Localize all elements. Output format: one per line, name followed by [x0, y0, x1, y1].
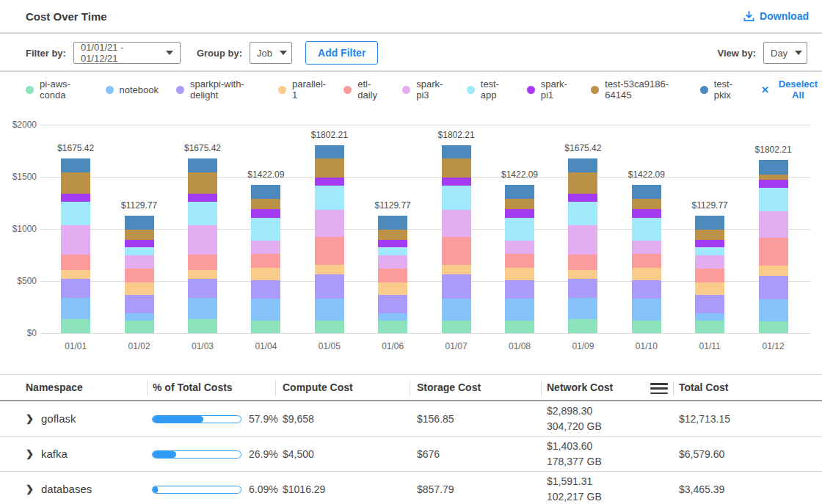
column-header-namespace[interactable]: Namespace: [26, 375, 83, 400]
chart-bar-segment[interactable]: [759, 321, 788, 333]
chart-bar-segment[interactable]: [632, 199, 661, 210]
chart-bar-segment[interactable]: [188, 158, 217, 172]
chart-bar-segment[interactable]: [315, 265, 344, 274]
chart-bar-segment[interactable]: [251, 185, 280, 199]
chart-bar-segment[interactable]: [125, 295, 154, 313]
chart-bar-segment[interactable]: [61, 279, 90, 298]
chart-bar-segment[interactable]: [61, 172, 90, 194]
chart-bar-segment[interactable]: [442, 265, 471, 274]
chart-bar[interactable]: [505, 185, 534, 333]
group-by-select[interactable]: Job: [250, 42, 292, 64]
chart-bar-segment[interactable]: [378, 313, 407, 321]
chart-bar-segment[interactable]: [695, 321, 724, 333]
chart-bar[interactable]: [188, 158, 217, 333]
chart-bar-segment[interactable]: [759, 276, 788, 299]
chart-bar-segment[interactable]: [188, 255, 217, 270]
chart-bar-segment[interactable]: [61, 255, 90, 270]
expand-row-icon[interactable]: ❯: [26, 401, 34, 436]
chart-bar-segment[interactable]: [188, 279, 217, 298]
download-button[interactable]: Download: [743, 10, 809, 22]
chart-bar[interactable]: [442, 145, 471, 333]
chart-bar-segment[interactable]: [442, 186, 471, 209]
chart-bar-segment[interactable]: [505, 299, 534, 321]
chart-bar-segment[interactable]: [315, 145, 344, 158]
chart-bar-segment[interactable]: [378, 321, 407, 333]
chart-bar-segment[interactable]: [632, 254, 661, 268]
chart-bar-segment[interactable]: [568, 158, 597, 172]
chart-bar-segment[interactable]: [315, 178, 344, 186]
chart-bar[interactable]: [632, 185, 661, 333]
chart-bar-segment[interactable]: [568, 225, 597, 254]
chart-bar-segment[interactable]: [378, 240, 407, 247]
chart-bar[interactable]: [61, 158, 90, 333]
legend-item[interactable]: spark-pi1: [527, 78, 574, 101]
chart-bar-segment[interactable]: [442, 237, 471, 265]
chart-bar-segment[interactable]: [378, 216, 407, 230]
chart-bar-segment[interactable]: [125, 247, 154, 255]
chart-bar-segment[interactable]: [759, 180, 788, 188]
chart-bar-segment[interactable]: [695, 240, 724, 247]
chart-bar-segment[interactable]: [378, 247, 407, 255]
chart-bar[interactable]: [315, 145, 344, 333]
chart-bar-segment[interactable]: [568, 255, 597, 270]
chart-bar-segment[interactable]: [315, 299, 344, 321]
chart-bar-segment[interactable]: [695, 230, 724, 240]
chart-bar-segment[interactable]: [315, 274, 344, 298]
chart-bar-segment[interactable]: [568, 202, 597, 225]
chart-bar-segment[interactable]: [695, 295, 724, 313]
chart-bar-segment[interactable]: [632, 185, 661, 199]
chart-bar-segment[interactable]: [505, 280, 534, 299]
chart-bar-segment[interactable]: [315, 158, 344, 178]
chart-bar-segment[interactable]: [188, 270, 217, 279]
chart-bar-segment[interactable]: [188, 225, 217, 254]
chart-bar-segment[interactable]: [568, 298, 597, 319]
column-header-storage-cost[interactable]: Storage Cost: [417, 375, 481, 400]
chart-bar-segment[interactable]: [378, 255, 407, 269]
chart-bar-segment[interactable]: [251, 299, 280, 321]
chart-bar-segment[interactable]: [759, 299, 788, 321]
chart-bar-segment[interactable]: [632, 241, 661, 254]
chart-bar-segment[interactable]: [759, 188, 788, 211]
chart-bar-segment[interactable]: [505, 241, 534, 254]
chart-bar-segment[interactable]: [125, 255, 154, 269]
chart-bar-segment[interactable]: [61, 194, 90, 202]
chart-bar-segment[interactable]: [125, 321, 154, 333]
chart-bar[interactable]: [568, 158, 597, 333]
legend-item[interactable]: test-53ca9186-64145: [591, 78, 682, 101]
chart-bar-segment[interactable]: [251, 218, 280, 241]
date-range-select[interactable]: 01/01/21 - 01/12/21: [73, 42, 181, 64]
chart-bar-segment[interactable]: [188, 194, 217, 202]
chart-bar-segment[interactable]: [315, 237, 344, 265]
legend-item[interactable]: test-pkix: [700, 78, 743, 101]
chart-bar-segment[interactable]: [505, 218, 534, 241]
chart-bar-segment[interactable]: [315, 210, 344, 237]
chart-bar-segment[interactable]: [251, 199, 280, 210]
chart-bar-segment[interactable]: [695, 269, 724, 282]
legend-item[interactable]: parallel-1: [278, 78, 326, 101]
chart-bar-segment[interactable]: [568, 279, 597, 298]
chart-bar-segment[interactable]: [632, 299, 661, 321]
chart-bar-segment[interactable]: [378, 282, 407, 295]
chart-bar-segment[interactable]: [442, 299, 471, 321]
legend-item[interactable]: test-app: [467, 78, 509, 101]
chart-bar-segment[interactable]: [125, 282, 154, 295]
chart-bar-segment[interactable]: [251, 268, 280, 280]
chart-bar-segment[interactable]: [61, 319, 90, 333]
chart-bar-segment[interactable]: [505, 209, 534, 218]
chart-bar-segment[interactable]: [505, 268, 534, 280]
column-header-network-cost[interactable]: Network Cost: [547, 375, 613, 400]
chart-bar-segment[interactable]: [632, 321, 661, 333]
chart-bar[interactable]: [759, 160, 788, 333]
chart-bar-segment[interactable]: [125, 269, 154, 282]
legend-item[interactable]: notebook: [106, 84, 159, 95]
chart-bar-segment[interactable]: [568, 270, 597, 279]
chart-bar-segment[interactable]: [695, 255, 724, 269]
chart-bar-segment[interactable]: [632, 218, 661, 241]
chart-bar-segment[interactable]: [61, 298, 90, 319]
chart-bar-segment[interactable]: [442, 145, 471, 158]
chart-bar-segment[interactable]: [759, 175, 788, 180]
chart-bar[interactable]: [695, 216, 724, 333]
chart-bar-segment[interactable]: [251, 280, 280, 299]
chart-bar-segment[interactable]: [61, 158, 90, 172]
chart-bar[interactable]: [125, 216, 154, 333]
